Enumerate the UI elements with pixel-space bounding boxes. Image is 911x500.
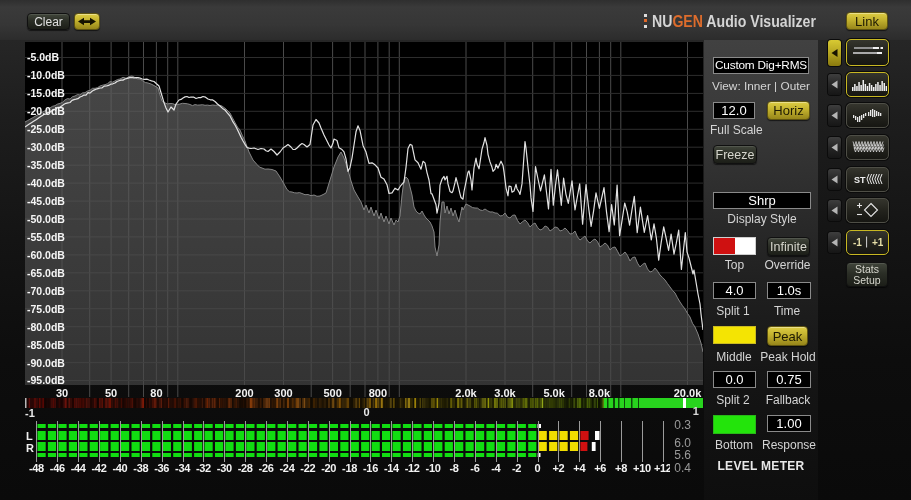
svg-text:-90.0dB: -90.0dB	[27, 357, 65, 369]
svg-text:-28: -28	[238, 462, 253, 474]
svg-text:-40: -40	[112, 462, 127, 474]
svg-text:-95.0dB: -95.0dB	[27, 374, 65, 386]
svg-text:-2: -2	[512, 462, 521, 474]
svg-text:-4: -4	[491, 462, 501, 474]
svg-text:R: R	[26, 442, 34, 454]
svg-text:8.0k: 8.0k	[589, 387, 611, 399]
svg-text:-8: -8	[449, 462, 458, 474]
svg-text:5.0k: 5.0k	[543, 387, 565, 399]
svg-text:-30: -30	[217, 462, 232, 474]
svg-text:-48: -48	[29, 462, 44, 474]
svg-text:-46: -46	[50, 462, 65, 474]
svg-text:+10: +10	[633, 462, 651, 474]
svg-text:80: 80	[150, 387, 162, 399]
svg-text:1: 1	[693, 405, 699, 417]
svg-text:+4: +4	[573, 462, 586, 474]
svg-text:-22: -22	[300, 462, 315, 474]
svg-text:+12: +12	[654, 462, 672, 474]
svg-text:+1: +1	[872, 237, 884, 248]
svg-text:-45.0dB: -45.0dB	[27, 195, 65, 207]
svg-text:5.6: 5.6	[674, 448, 691, 462]
svg-text:-10: -10	[426, 462, 441, 474]
svg-text:-30.0dB: -30.0dB	[27, 141, 65, 153]
svg-text:-10.0dB: -10.0dB	[27, 69, 65, 81]
svg-text:-1: -1	[25, 407, 35, 419]
svg-text:-32: -32	[196, 462, 211, 474]
svg-text:-5.0dB: -5.0dB	[27, 51, 60, 63]
svg-text:0: 0	[363, 406, 369, 418]
svg-text:L: L	[26, 430, 33, 442]
svg-text:-65.0dB: -65.0dB	[27, 267, 65, 279]
svg-text:-24: -24	[280, 462, 296, 474]
svg-text:0.4: 0.4	[674, 461, 691, 475]
svg-text:-35.0dB: -35.0dB	[27, 159, 65, 171]
svg-text:-60.0dB: -60.0dB	[27, 249, 65, 261]
svg-text:-1: -1	[853, 237, 862, 248]
svg-text:800: 800	[369, 387, 387, 399]
svg-text:ST: ST	[854, 175, 866, 185]
svg-text:-16: -16	[363, 462, 378, 474]
svg-text:-18: -18	[342, 462, 357, 474]
svg-text:-36: -36	[154, 462, 169, 474]
svg-text:-20.0dB: -20.0dB	[27, 105, 65, 117]
svg-text:300: 300	[274, 387, 292, 399]
svg-text:-38: -38	[133, 462, 148, 474]
svg-text:-44: -44	[71, 462, 87, 474]
svg-text:+6: +6	[594, 462, 606, 474]
svg-text:-42: -42	[92, 462, 107, 474]
svg-text:3.0k: 3.0k	[494, 387, 516, 399]
svg-text:-12: -12	[405, 462, 420, 474]
svg-text:-20: -20	[321, 462, 336, 474]
svg-text:-50.0dB: -50.0dB	[27, 213, 65, 225]
svg-text:-80.0dB: -80.0dB	[27, 321, 65, 333]
svg-text:0.3: 0.3	[674, 418, 691, 432]
svg-text:50: 50	[105, 387, 117, 399]
svg-text:500: 500	[323, 387, 341, 399]
svg-text:0: 0	[535, 462, 541, 474]
svg-text:30: 30	[56, 387, 68, 399]
svg-text:-40.0dB: -40.0dB	[27, 177, 65, 189]
svg-text:-15.0dB: -15.0dB	[27, 87, 65, 99]
svg-text:-75.0dB: -75.0dB	[27, 303, 65, 315]
svg-text:+8: +8	[615, 462, 627, 474]
svg-text:2.0k: 2.0k	[455, 387, 477, 399]
svg-text:-14: -14	[384, 462, 400, 474]
svg-text:-26: -26	[259, 462, 274, 474]
svg-text:-34: -34	[175, 462, 191, 474]
svg-text:-25.0dB: -25.0dB	[27, 123, 65, 135]
svg-text:-55.0dB: -55.0dB	[27, 231, 65, 243]
svg-text:200: 200	[235, 387, 253, 399]
svg-text:-70.0dB: -70.0dB	[27, 285, 65, 297]
svg-text:-6: -6	[470, 462, 479, 474]
svg-text:-85.0dB: -85.0dB	[27, 339, 65, 351]
svg-text:+2: +2	[552, 462, 564, 474]
svg-text:20.0k: 20.0k	[674, 387, 702, 399]
